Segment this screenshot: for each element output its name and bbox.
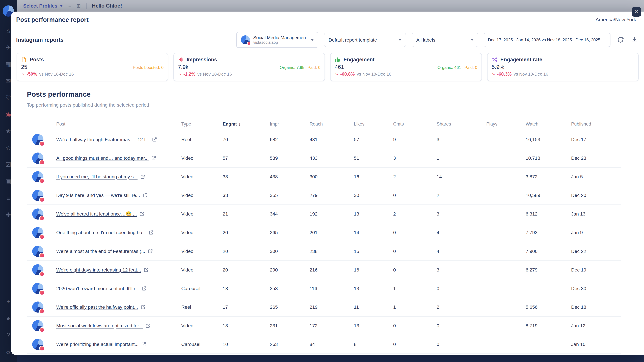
- post-link[interactable]: We're almost at the end of Featuremas (.…: [56, 249, 145, 254]
- post-link[interactable]: All good things must end… and today mar.…: [56, 155, 148, 161]
- trend-down-icon: ↘: [21, 72, 24, 76]
- external-link-icon[interactable]: [152, 137, 157, 142]
- external-link-icon[interactable]: [142, 342, 146, 347]
- col-reach[interactable]: Reach: [310, 121, 354, 127]
- cell-cmts: 1: [393, 304, 436, 310]
- list-view-icon[interactable]: ≡: [68, 3, 71, 9]
- post-link[interactable]: We're prioritizing the actual important.…: [56, 342, 139, 347]
- date-range-input[interactable]: Dec 17, 2025 - Jan 14, 2026 vs Nov 18, 2…: [484, 33, 610, 47]
- post-cell: One thing about me: I'm not spending ho.…: [56, 230, 181, 235]
- card-title-row: Impressions: [178, 57, 320, 63]
- cell-shares: 2: [437, 193, 486, 198]
- external-link-icon[interactable]: [149, 230, 154, 235]
- col-cmts[interactable]: Cmts: [393, 121, 436, 127]
- card-vs-period: vs Nov 18-Dec 16: [39, 72, 74, 77]
- cell-engmt: 33: [223, 174, 270, 179]
- chevron-down-icon: [398, 39, 402, 41]
- cell-watch: 6,312: [526, 211, 571, 217]
- toolbar-controls: Social Media Management Tool vistasocial…: [236, 32, 639, 48]
- cell-reach: 116: [310, 286, 354, 291]
- post-link[interactable]: We're halfway through Featuremas — 12 f.…: [56, 137, 150, 142]
- post-cell: If you need me, I'll be staring at my s.…: [56, 174, 181, 179]
- cell-impr: 265: [270, 304, 310, 310]
- col-plays[interactable]: Plays: [486, 121, 526, 127]
- external-link-icon[interactable]: [144, 268, 148, 272]
- card-label: Engagement rate: [500, 57, 542, 63]
- col-published[interactable]: Published: [571, 121, 621, 127]
- col-post[interactable]: Post: [56, 121, 181, 127]
- instagram-badge-icon: [39, 197, 44, 202]
- external-link-icon[interactable]: [143, 193, 148, 198]
- post-avatar-cell: [27, 190, 56, 201]
- cell-type: Video: [181, 230, 223, 235]
- col-impr[interactable]: Impr: [270, 121, 310, 127]
- post-link[interactable]: If you need me, I'll be staring at my s.…: [56, 174, 138, 179]
- labels-value: All labels: [416, 37, 435, 43]
- post-avatar-cell: [27, 339, 56, 350]
- download-icon[interactable]: [630, 36, 639, 44]
- posts-performance-title: Posts performance: [27, 90, 628, 98]
- greeting-text: Hello Chloe!: [92, 3, 122, 9]
- instagram-badge-icon: [39, 160, 44, 165]
- cell-reach: 238: [310, 249, 354, 254]
- cell-shares: 0: [437, 323, 486, 329]
- cell-reach: 216: [310, 267, 354, 273]
- post-link[interactable]: Day 9 is here, and yes — we're still re.…: [56, 193, 140, 198]
- col-shares[interactable]: Shares: [437, 121, 486, 127]
- post-cell: All good things must end… and today mar.…: [56, 155, 181, 161]
- post-link[interactable]: We're officially past the halfway point.…: [56, 304, 138, 310]
- table-row: 2026 won't reward more content. It'll r.…: [27, 279, 621, 298]
- external-link-icon[interactable]: [140, 174, 145, 179]
- cell-likes: 8: [354, 342, 393, 347]
- external-link-icon[interactable]: [142, 286, 146, 291]
- card-vs-period: vs Nov 18-Dec 16: [198, 72, 232, 77]
- cell-likes: 57: [354, 137, 393, 142]
- labels-select[interactable]: All labels: [412, 33, 478, 47]
- cell-reach: 481: [310, 137, 354, 142]
- cell-type: Video: [181, 249, 223, 254]
- card-title-row: Engagement: [335, 57, 477, 63]
- profile-select[interactable]: Social Media Management Tool vistasocial…: [236, 32, 318, 48]
- cell-cmts: 3: [393, 155, 436, 161]
- profile-avatar: [32, 190, 44, 201]
- post-link[interactable]: 2026 won't reward more content. It'll r.…: [56, 286, 139, 291]
- report-template-select[interactable]: Default report template: [324, 33, 406, 47]
- top-bar: Select Profiles ≡ ⊞ Hello Chloe!: [16, 0, 644, 11]
- cell-likes: 13: [354, 286, 393, 291]
- screen: ⌂✈▦✉♡◉★☆☑▣≡✚ +●?☼ Select Profiles ≡ ⊞ He…: [0, 0, 644, 362]
- posts-performance-header: Posts performance Top performing posts p…: [11, 81, 644, 108]
- cell-impr: 290: [270, 267, 310, 273]
- cell-shares: 1: [437, 155, 486, 161]
- metric-card-engagement-rate: Engagement rate 5.9% ↘ -60.3% vs Nov 18-…: [487, 53, 639, 81]
- refresh-icon[interactable]: [616, 36, 624, 44]
- external-link-icon[interactable]: [146, 324, 150, 328]
- col-engmt[interactable]: Engmt↓: [223, 121, 270, 127]
- grid-view-icon[interactable]: ⊞: [77, 3, 81, 9]
- external-link-icon[interactable]: [152, 156, 156, 160]
- select-profiles-label: Select Profiles: [23, 3, 57, 9]
- table-row: We're officially past the halfway point.…: [27, 298, 621, 317]
- cell-cmts: 1: [393, 286, 436, 291]
- col-type[interactable]: Type: [181, 121, 223, 127]
- profile-avatar: [32, 152, 44, 164]
- post-link[interactable]: We're eight days into releasing 12 feat.…: [56, 267, 141, 273]
- post-avatar-cell: [27, 171, 56, 183]
- select-profiles-button[interactable]: Select Profiles: [23, 3, 63, 9]
- external-link-icon[interactable]: [140, 212, 144, 216]
- card-value-row: 5.9%: [492, 64, 634, 70]
- cell-reach: 219: [310, 304, 354, 310]
- cell-type: Carousel: [181, 342, 223, 347]
- col-watch[interactable]: Watch: [526, 121, 571, 127]
- close-icon[interactable]: ✕: [632, 7, 641, 16]
- external-link-icon[interactable]: [148, 249, 152, 253]
- report-template-value: Default report template: [328, 37, 377, 43]
- post-cell: Most social workflows are optimized for.…: [56, 323, 181, 329]
- external-link-icon[interactable]: [141, 305, 146, 309]
- profile-avatar: [241, 35, 250, 44]
- col-likes[interactable]: Likes: [354, 121, 393, 127]
- cell-engmt: 10: [223, 342, 270, 347]
- post-link[interactable]: We've all heard it at least once…😅 ...: [56, 211, 137, 217]
- cell-engmt: 20: [223, 267, 270, 273]
- post-link[interactable]: Most social workflows are optimized for.…: [56, 323, 143, 329]
- post-link[interactable]: One thing about me: I'm not spending ho.…: [56, 230, 146, 235]
